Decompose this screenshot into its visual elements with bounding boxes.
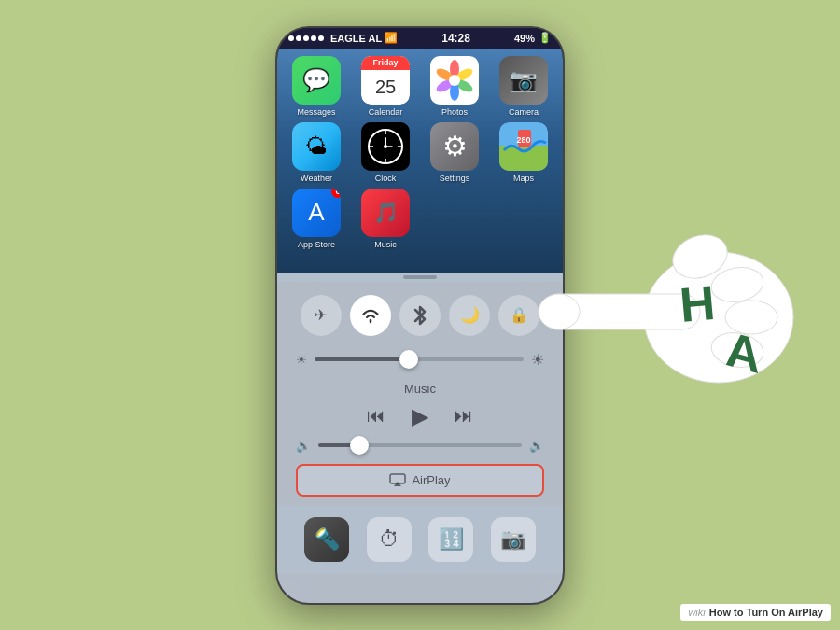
app-photos[interactable]: Photos (423, 56, 486, 117)
wikihow-badge: wiki How to Turn On AirPlay (680, 604, 831, 621)
app-appstore-icon: A 6 (292, 189, 341, 237)
cc-bottom-dock: 🔦 ⏱ 🔢 📷 (277, 506, 563, 573)
volume-low-icon: 🔈 (296, 439, 311, 453)
app-maps-icon: 280 (499, 122, 548, 171)
volume-slider-row: 🔈 🔊 (296, 439, 544, 453)
app-music-label: Music (374, 240, 397, 249)
airplay-label: AirPlay (412, 473, 450, 487)
airplay-button[interactable]: AirPlay (296, 464, 544, 497)
signal-dots (288, 35, 324, 41)
wiki-prefix: wiki (688, 607, 705, 618)
carrier-label: EAGLE AL (330, 33, 382, 44)
lock-rotation-icon: 🔒 (510, 306, 528, 324)
app-appstore-label: App Store (298, 240, 335, 249)
svg-text:H: H (678, 275, 717, 332)
app-camera-icon: 📷 (499, 56, 548, 105)
app-weather[interactable]: 🌤 Weather (285, 122, 348, 183)
svg-point-23 (666, 228, 733, 286)
brightness-thumb[interactable] (399, 350, 418, 369)
airplane-icon: ✈ (315, 306, 327, 324)
bluetooth-icon (413, 305, 427, 326)
previous-track-button[interactable]: ⏮ (367, 405, 385, 427)
app-settings[interactable]: ⚙ Settings (423, 122, 486, 183)
svg-point-7 (449, 75, 460, 86)
app-clock[interactable]: Clock (354, 122, 417, 183)
volume-thumb[interactable] (350, 436, 369, 455)
app-photos-label: Photos (441, 107, 468, 117)
svg-point-16 (384, 145, 387, 148)
cc-controls: ✈ 🌙 🔒 (277, 282, 563, 506)
home-screen: 💬 Messages Friday 25 Calendar (277, 49, 563, 273)
airplay-icon (389, 473, 406, 486)
next-track-button[interactable]: ⏭ (455, 405, 473, 427)
app-calendar-icon: Friday 25 (361, 56, 410, 105)
app-clock-label: Clock (375, 174, 397, 183)
svg-point-27 (725, 301, 777, 334)
rotation-lock-button[interactable]: 🔒 (498, 295, 539, 336)
timer-button[interactable]: ⏱ (367, 517, 412, 562)
airplane-mode-button[interactable]: ✈ (301, 295, 342, 336)
brightness-slider[interactable] (315, 357, 524, 361)
photos-svg (430, 56, 479, 105)
status-bar: EAGLE AL 📶 14:28 49% 🔋 (277, 28, 563, 49)
battery-label: 49% (514, 33, 535, 44)
app-music-icon: 🎵 (361, 189, 410, 237)
status-right: 49% 🔋 (514, 32, 552, 44)
wiki-title: How to Turn On AirPlay (709, 607, 823, 618)
wifi-icon: 📶 (385, 32, 398, 44)
volume-slider[interactable] (318, 443, 522, 447)
signal-dot-3 (303, 35, 309, 41)
app-calendar-label: Calendar (369, 107, 403, 117)
flashlight-icon: 🔦 (315, 527, 340, 552)
phone-frame: EAGLE AL 📶 14:28 49% 🔋 💬 Messages Friday (275, 26, 565, 605)
status-time: 14:28 (441, 32, 470, 45)
camera-dock-icon: 📷 (500, 527, 525, 552)
app-camera[interactable]: 📷 Camera (492, 56, 555, 117)
signal-dot-2 (296, 35, 301, 41)
battery-icon: 🔋 (539, 32, 552, 44)
music-controls: ⏮ ▶ ⏭ (296, 403, 544, 429)
music-section: Music ⏮ ▶ ⏭ (296, 382, 544, 429)
music-label: Music (296, 382, 544, 396)
status-left: EAGLE AL 📶 (288, 32, 398, 44)
app-messages-icon: 💬 (292, 56, 341, 105)
moon-icon: 🌙 (460, 305, 480, 325)
svg-point-26 (708, 263, 765, 305)
brightness-slider-row: ☀ ☀ (296, 351, 544, 369)
bluetooth-button[interactable] (399, 295, 441, 336)
app-messages[interactable]: 💬 Messages (285, 56, 348, 117)
calculator-icon: 🔢 (439, 527, 464, 552)
brightness-low-icon: ☀ (296, 353, 307, 367)
do-not-disturb-button[interactable]: 🌙 (449, 295, 490, 336)
app-weather-label: Weather (301, 174, 332, 183)
timer-icon: ⏱ (379, 527, 399, 552)
app-settings-label: Settings (440, 174, 470, 183)
app-music[interactable]: 🎵 Music (354, 189, 417, 249)
app-calendar[interactable]: Friday 25 Calendar (354, 56, 417, 117)
brightness-high-icon: ☀ (531, 351, 544, 369)
app-messages-label: Messages (297, 107, 335, 117)
svg-text:280: 280 (516, 135, 530, 145)
play-button[interactable]: ▶ (412, 403, 428, 429)
cc-top-strip (277, 273, 563, 282)
calendar-header: Friday (361, 56, 410, 71)
calculator-button[interactable]: 🔢 (428, 517, 473, 562)
wifi-button[interactable] (350, 295, 391, 336)
cc-buttons-row: ✈ 🌙 🔒 (296, 291, 544, 336)
app-appstore[interactable]: A 6 App Store (285, 189, 348, 249)
flashlight-button[interactable]: 🔦 (304, 517, 349, 562)
brightness-fill (315, 357, 409, 361)
wifi-icon (360, 307, 381, 324)
clock-svg (361, 122, 410, 171)
app-settings-icon: ⚙ (430, 122, 479, 171)
app-maps-label: Maps (513, 174, 534, 183)
gear-icon: ⚙ (442, 130, 468, 162)
app-photos-icon (430, 56, 479, 105)
svg-rect-24 (541, 294, 700, 329)
svg-text:A: A (724, 321, 763, 384)
app-weather-icon: 🌤 (292, 122, 341, 171)
app-maps[interactable]: 280 Maps (492, 122, 555, 183)
control-center: ✈ 🌙 🔒 (277, 273, 563, 605)
app-clock-icon (361, 122, 410, 171)
camera-dock-button[interactable]: 📷 (491, 517, 536, 562)
